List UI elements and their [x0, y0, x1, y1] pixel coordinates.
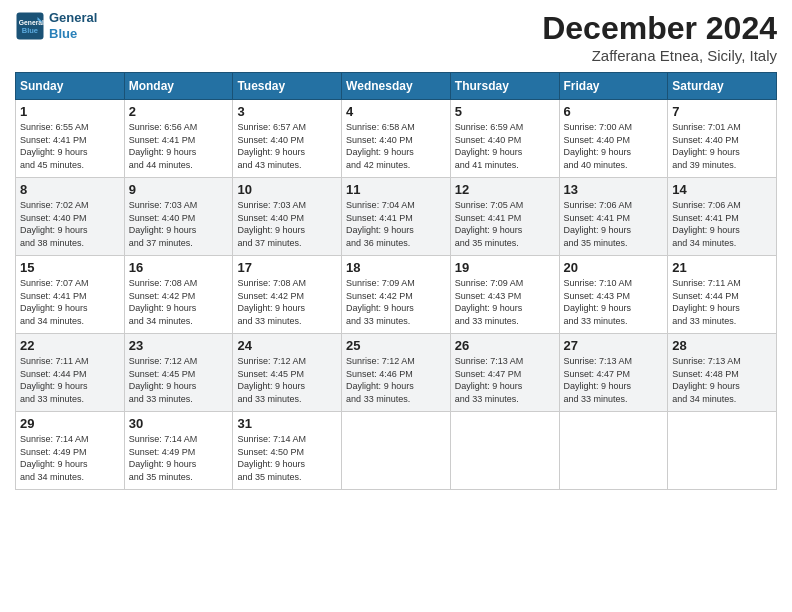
day-info: Sunrise: 7:12 AMSunset: 4:46 PMDaylight:…: [346, 355, 446, 405]
calendar-cell: 8Sunrise: 7:02 AMSunset: 4:40 PMDaylight…: [16, 178, 125, 256]
day-info: Sunrise: 7:08 AMSunset: 4:42 PMDaylight:…: [129, 277, 229, 327]
calendar-cell: 18Sunrise: 7:09 AMSunset: 4:42 PMDayligh…: [342, 256, 451, 334]
day-number: 11: [346, 182, 446, 197]
day-info: Sunrise: 7:00 AMSunset: 4:40 PMDaylight:…: [564, 121, 664, 171]
calendar-cell: 26Sunrise: 7:13 AMSunset: 4:47 PMDayligh…: [450, 334, 559, 412]
calendar-week-row: 1Sunrise: 6:55 AMSunset: 4:41 PMDaylight…: [16, 100, 777, 178]
day-number: 6: [564, 104, 664, 119]
calendar-cell: 2Sunrise: 6:56 AMSunset: 4:41 PMDaylight…: [124, 100, 233, 178]
day-number: 23: [129, 338, 229, 353]
day-info: Sunrise: 6:56 AMSunset: 4:41 PMDaylight:…: [129, 121, 229, 171]
calendar-cell: 6Sunrise: 7:00 AMSunset: 4:40 PMDaylight…: [559, 100, 668, 178]
day-info: Sunrise: 7:12 AMSunset: 4:45 PMDaylight:…: [129, 355, 229, 405]
weekday-header-monday: Monday: [124, 73, 233, 100]
day-number: 27: [564, 338, 664, 353]
title-block: December 2024 Zafferana Etnea, Sicily, I…: [542, 10, 777, 64]
day-info: Sunrise: 7:13 AMSunset: 4:48 PMDaylight:…: [672, 355, 772, 405]
day-info: Sunrise: 7:12 AMSunset: 4:45 PMDaylight:…: [237, 355, 337, 405]
calendar-cell: [342, 412, 451, 490]
day-number: 17: [237, 260, 337, 275]
day-number: 20: [564, 260, 664, 275]
location-subtitle: Zafferana Etnea, Sicily, Italy: [542, 47, 777, 64]
calendar-cell: 29Sunrise: 7:14 AMSunset: 4:49 PMDayligh…: [16, 412, 125, 490]
day-number: 31: [237, 416, 337, 431]
day-number: 2: [129, 104, 229, 119]
day-number: 22: [20, 338, 120, 353]
day-number: 16: [129, 260, 229, 275]
calendar-cell: [450, 412, 559, 490]
day-info: Sunrise: 7:14 AMSunset: 4:50 PMDaylight:…: [237, 433, 337, 483]
calendar-cell: 13Sunrise: 7:06 AMSunset: 4:41 PMDayligh…: [559, 178, 668, 256]
weekday-header-tuesday: Tuesday: [233, 73, 342, 100]
calendar-cell: 22Sunrise: 7:11 AMSunset: 4:44 PMDayligh…: [16, 334, 125, 412]
month-title: December 2024: [542, 10, 777, 47]
calendar-cell: 16Sunrise: 7:08 AMSunset: 4:42 PMDayligh…: [124, 256, 233, 334]
day-number: 5: [455, 104, 555, 119]
day-number: 28: [672, 338, 772, 353]
calendar-cell: 30Sunrise: 7:14 AMSunset: 4:49 PMDayligh…: [124, 412, 233, 490]
svg-text:General: General: [19, 18, 44, 25]
day-info: Sunrise: 7:05 AMSunset: 4:41 PMDaylight:…: [455, 199, 555, 249]
day-info: Sunrise: 6:58 AMSunset: 4:40 PMDaylight:…: [346, 121, 446, 171]
weekday-header-friday: Friday: [559, 73, 668, 100]
weekday-header-thursday: Thursday: [450, 73, 559, 100]
day-info: Sunrise: 7:09 AMSunset: 4:42 PMDaylight:…: [346, 277, 446, 327]
day-number: 14: [672, 182, 772, 197]
day-number: 19: [455, 260, 555, 275]
svg-text:Blue: Blue: [22, 25, 38, 34]
calendar-cell: 10Sunrise: 7:03 AMSunset: 4:40 PMDayligh…: [233, 178, 342, 256]
calendar-cell: 11Sunrise: 7:04 AMSunset: 4:41 PMDayligh…: [342, 178, 451, 256]
calendar-cell: 4Sunrise: 6:58 AMSunset: 4:40 PMDaylight…: [342, 100, 451, 178]
calendar-cell: [559, 412, 668, 490]
day-info: Sunrise: 7:14 AMSunset: 4:49 PMDaylight:…: [20, 433, 120, 483]
calendar-cell: 28Sunrise: 7:13 AMSunset: 4:48 PMDayligh…: [668, 334, 777, 412]
calendar-body: 1Sunrise: 6:55 AMSunset: 4:41 PMDaylight…: [16, 100, 777, 490]
calendar-cell: 12Sunrise: 7:05 AMSunset: 4:41 PMDayligh…: [450, 178, 559, 256]
day-info: Sunrise: 7:09 AMSunset: 4:43 PMDaylight:…: [455, 277, 555, 327]
calendar-cell: 19Sunrise: 7:09 AMSunset: 4:43 PMDayligh…: [450, 256, 559, 334]
day-info: Sunrise: 6:59 AMSunset: 4:40 PMDaylight:…: [455, 121, 555, 171]
day-info: Sunrise: 6:57 AMSunset: 4:40 PMDaylight:…: [237, 121, 337, 171]
header: General Blue General Blue December 2024 …: [15, 10, 777, 64]
day-info: Sunrise: 7:10 AMSunset: 4:43 PMDaylight:…: [564, 277, 664, 327]
day-info: Sunrise: 7:08 AMSunset: 4:42 PMDaylight:…: [237, 277, 337, 327]
day-info: Sunrise: 7:06 AMSunset: 4:41 PMDaylight:…: [672, 199, 772, 249]
calendar-cell: 15Sunrise: 7:07 AMSunset: 4:41 PMDayligh…: [16, 256, 125, 334]
day-info: Sunrise: 7:01 AMSunset: 4:40 PMDaylight:…: [672, 121, 772, 171]
calendar-cell: [668, 412, 777, 490]
calendar-cell: 9Sunrise: 7:03 AMSunset: 4:40 PMDaylight…: [124, 178, 233, 256]
calendar-table: SundayMondayTuesdayWednesdayThursdayFrid…: [15, 72, 777, 490]
day-number: 26: [455, 338, 555, 353]
day-number: 9: [129, 182, 229, 197]
day-number: 10: [237, 182, 337, 197]
day-info: Sunrise: 7:04 AMSunset: 4:41 PMDaylight:…: [346, 199, 446, 249]
day-number: 4: [346, 104, 446, 119]
calendar-cell: 25Sunrise: 7:12 AMSunset: 4:46 PMDayligh…: [342, 334, 451, 412]
logo-text-blue: Blue: [49, 26, 97, 42]
day-info: Sunrise: 7:03 AMSunset: 4:40 PMDaylight:…: [237, 199, 337, 249]
calendar-cell: 23Sunrise: 7:12 AMSunset: 4:45 PMDayligh…: [124, 334, 233, 412]
calendar-cell: 17Sunrise: 7:08 AMSunset: 4:42 PMDayligh…: [233, 256, 342, 334]
day-info: Sunrise: 7:14 AMSunset: 4:49 PMDaylight:…: [129, 433, 229, 483]
logo-text-general: General: [49, 10, 97, 26]
day-info: Sunrise: 7:07 AMSunset: 4:41 PMDaylight:…: [20, 277, 120, 327]
calendar-cell: 3Sunrise: 6:57 AMSunset: 4:40 PMDaylight…: [233, 100, 342, 178]
logo: General Blue General Blue: [15, 10, 97, 41]
calendar-cell: 1Sunrise: 6:55 AMSunset: 4:41 PMDaylight…: [16, 100, 125, 178]
calendar-week-row: 22Sunrise: 7:11 AMSunset: 4:44 PMDayligh…: [16, 334, 777, 412]
day-number: 25: [346, 338, 446, 353]
day-number: 15: [20, 260, 120, 275]
weekday-header-saturday: Saturday: [668, 73, 777, 100]
calendar-cell: 14Sunrise: 7:06 AMSunset: 4:41 PMDayligh…: [668, 178, 777, 256]
day-number: 18: [346, 260, 446, 275]
calendar-cell: 20Sunrise: 7:10 AMSunset: 4:43 PMDayligh…: [559, 256, 668, 334]
day-number: 8: [20, 182, 120, 197]
calendar-week-row: 15Sunrise: 7:07 AMSunset: 4:41 PMDayligh…: [16, 256, 777, 334]
calendar-cell: 31Sunrise: 7:14 AMSunset: 4:50 PMDayligh…: [233, 412, 342, 490]
day-info: Sunrise: 7:02 AMSunset: 4:40 PMDaylight:…: [20, 199, 120, 249]
day-info: Sunrise: 7:06 AMSunset: 4:41 PMDaylight:…: [564, 199, 664, 249]
day-number: 13: [564, 182, 664, 197]
day-number: 30: [129, 416, 229, 431]
weekday-header-row: SundayMondayTuesdayWednesdayThursdayFrid…: [16, 73, 777, 100]
day-number: 7: [672, 104, 772, 119]
